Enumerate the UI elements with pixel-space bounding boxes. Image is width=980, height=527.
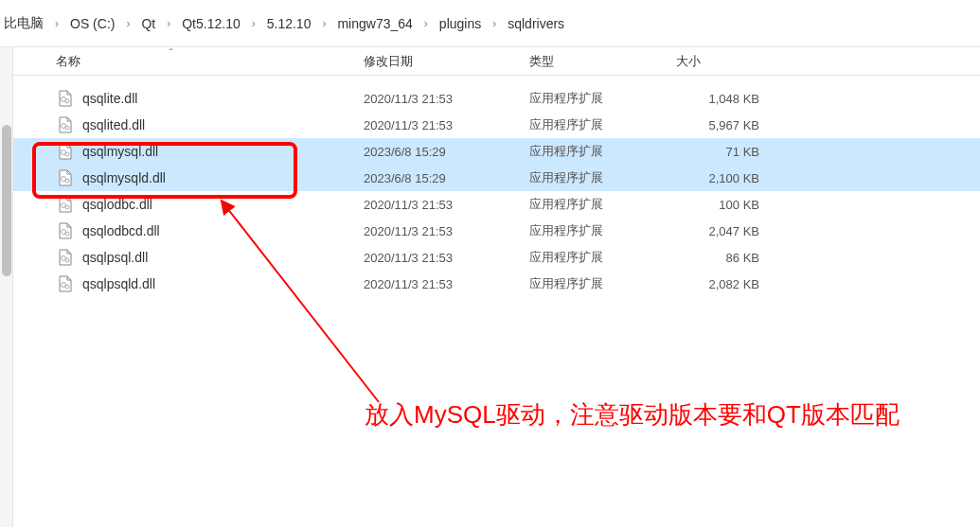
file-name-cell: qsqlpsql.dll: [56, 248, 364, 267]
file-size: 2,100 KB: [676, 171, 771, 185]
dll-file-icon: [56, 221, 75, 240]
dll-file-icon: [56, 168, 75, 187]
file-name: qsqlodbc.dll: [82, 197, 152, 212]
file-name-cell: qsqlite.dll: [56, 89, 364, 108]
file-name-cell: qsqlodbcd.dll: [56, 221, 364, 240]
file-row[interactable]: qsqlodbcd.dll2020/11/3 21:53应用程序扩展2,047 …: [13, 218, 980, 244]
chevron-right-icon: ›: [314, 17, 333, 30]
breadcrumb-item-0[interactable]: 比电脑: [0, 15, 47, 32]
file-name-cell: qsqlpsqld.dll: [56, 274, 364, 293]
file-row[interactable]: qsqlodbc.dll2020/11/3 21:53应用程序扩展100 KB: [13, 191, 980, 218]
dll-file-icon: [56, 195, 75, 214]
breadcrumb-item-2[interactable]: Qt: [137, 16, 159, 31]
file-name: qsqlpsqld.dll: [82, 276, 155, 291]
file-size: 2,047 KB: [676, 224, 771, 238]
breadcrumb-item-4[interactable]: 5.12.10: [263, 16, 315, 31]
breadcrumb-item-7[interactable]: sqldrivers: [504, 16, 568, 31]
file-type: 应用程序扩展: [529, 249, 676, 266]
dll-file-icon: [56, 89, 75, 108]
file-date: 2023/6/8 15:29: [364, 171, 529, 185]
column-headers: 名称 ˆ 修改日期 类型 大小: [13, 47, 980, 76]
file-date: 2020/11/3 21:53: [364, 198, 529, 212]
column-header-date[interactable]: 修改日期: [364, 53, 529, 70]
dll-file-icon: [56, 115, 75, 134]
file-row[interactable]: qsqlpsqld.dll2020/11/3 21:53应用程序扩展2,082 …: [13, 271, 980, 297]
file-row[interactable]: qsqlmysqld.dll2023/6/8 15:29应用程序扩展2,100 …: [13, 165, 980, 191]
file-size: 100 KB: [676, 198, 771, 212]
dll-file-icon: [56, 274, 75, 293]
nav-scrollbar-rail: [0, 47, 13, 527]
scrollbar-thumb[interactable]: [2, 125, 11, 276]
file-size: 86 KB: [676, 251, 771, 265]
column-header-type[interactable]: 类型: [529, 53, 676, 70]
dll-file-icon: [56, 142, 75, 161]
breadcrumb: 比电脑 › OS (C:) › Qt › Qt5.12.10 › 5.12.10…: [0, 0, 980, 47]
file-row[interactable]: qsqlmysql.dll2023/6/8 15:29应用程序扩展71 KB: [13, 138, 980, 165]
file-name: qsqlited.dll: [82, 117, 145, 132]
file-type: 应用程序扩展: [529, 90, 676, 107]
file-size: 5,967 KB: [676, 118, 771, 132]
file-name-cell: qsqlmysqld.dll: [56, 168, 364, 187]
file-name-cell: qsqlited.dll: [56, 115, 364, 134]
breadcrumb-item-5[interactable]: mingw73_64: [333, 16, 416, 31]
chevron-right-icon: ›: [417, 17, 436, 30]
file-date: 2020/11/3 21:53: [364, 277, 529, 291]
breadcrumb-item-1[interactable]: OS (C:): [66, 16, 118, 31]
content-area: 名称 ˆ 修改日期 类型 大小 qsqlite.dll2020/11/3 21:…: [0, 47, 980, 527]
file-type: 应用程序扩展: [529, 196, 676, 213]
file-size: 1,048 KB: [676, 92, 771, 106]
file-row[interactable]: qsqlited.dll2020/11/3 21:53应用程序扩展5,967 K…: [13, 112, 980, 138]
file-name: qsqlmysql.dll: [82, 144, 158, 159]
file-type: 应用程序扩展: [529, 275, 676, 292]
column-header-size[interactable]: 大小: [676, 53, 771, 70]
file-size: 2,082 KB: [676, 277, 771, 291]
file-date: 2020/11/3 21:53: [364, 118, 529, 132]
file-row[interactable]: qsqlpsql.dll2020/11/3 21:53应用程序扩展86 KB: [13, 244, 980, 271]
chevron-right-icon: ›: [485, 17, 504, 30]
sort-indicator-icon: ˆ: [169, 48, 172, 59]
file-panel: 名称 ˆ 修改日期 类型 大小 qsqlite.dll2020/11/3 21:…: [13, 47, 980, 527]
file-type: 应用程序扩展: [529, 143, 676, 160]
column-header-name[interactable]: 名称 ˆ: [56, 53, 364, 70]
file-name: qsqlmysqld.dll: [82, 170, 166, 185]
file-size: 71 KB: [676, 145, 771, 159]
chevron-right-icon: ›: [47, 17, 66, 30]
file-row[interactable]: qsqlite.dll2020/11/3 21:53应用程序扩展1,048 KB: [13, 85, 980, 112]
file-date: 2020/11/3 21:53: [364, 224, 529, 238]
file-name-cell: qsqlmysql.dll: [56, 142, 364, 161]
breadcrumb-item-3[interactable]: Qt5.12.10: [178, 16, 244, 31]
file-date: 2020/11/3 21:53: [364, 92, 529, 106]
chevron-right-icon: ›: [118, 17, 137, 30]
dll-file-icon: [56, 248, 75, 267]
breadcrumb-item-6[interactable]: plugins: [436, 16, 485, 31]
file-date: 2020/11/3 21:53: [364, 251, 529, 265]
chevron-right-icon: ›: [244, 17, 263, 30]
file-name: qsqlite.dll: [82, 91, 137, 106]
file-name: qsqlodbcd.dll: [82, 223, 160, 238]
file-type: 应用程序扩展: [529, 116, 676, 133]
file-list: qsqlite.dll2020/11/3 21:53应用程序扩展1,048 KB…: [13, 76, 980, 297]
file-type: 应用程序扩展: [529, 169, 676, 186]
column-label-name: 名称: [56, 54, 80, 68]
file-name: qsqlpsql.dll: [82, 250, 148, 265]
file-name-cell: qsqlodbc.dll: [56, 195, 364, 214]
chevron-right-icon: ›: [159, 17, 178, 30]
file-type: 应用程序扩展: [529, 222, 676, 239]
file-date: 2023/6/8 15:29: [364, 145, 529, 159]
